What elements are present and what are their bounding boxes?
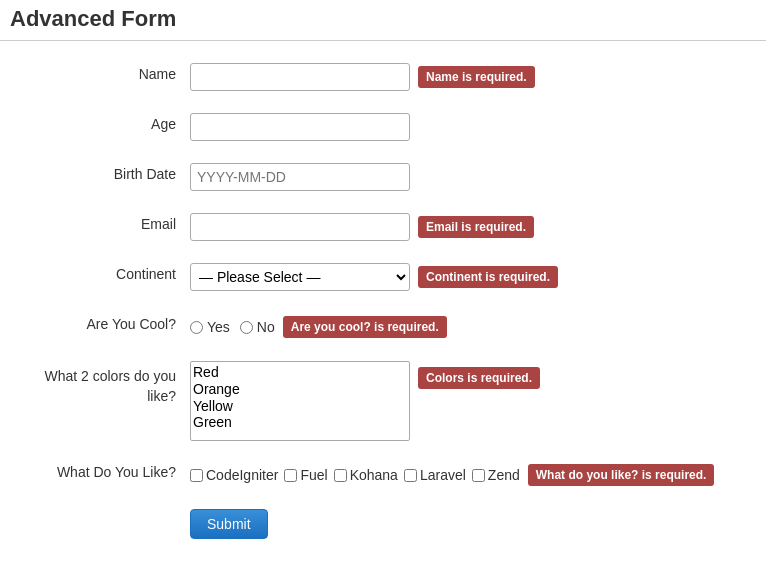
likes-label: What Do You Like? [30, 459, 190, 480]
name-error: Name is required. [418, 66, 535, 88]
likes-option-kohana[interactable]: Kohana [334, 467, 398, 483]
age-input[interactable] [190, 113, 410, 141]
colors-listbox[interactable]: RedOrangeYellowGreen [190, 361, 410, 441]
likes-option-fuel[interactable]: Fuel [284, 467, 327, 483]
cool-row: Are You Cool? Yes No Are you cool? is re… [30, 311, 736, 343]
cool-error: Are you cool? is required. [283, 316, 447, 338]
age-label: Age [30, 111, 190, 132]
name-input[interactable] [190, 63, 410, 91]
age-row: Age [30, 111, 736, 143]
cool-no-label[interactable]: No [240, 319, 275, 335]
email-row: Email Email is required. [30, 211, 736, 243]
submit-button[interactable]: Submit [190, 509, 268, 539]
likes-checkbox-laravel[interactable] [404, 469, 417, 482]
likes-checkbox-fuel[interactable] [284, 469, 297, 482]
cool-label: Are You Cool? [30, 311, 190, 332]
likes-checkbox-codeigniter[interactable] [190, 469, 203, 482]
cool-radio-group: Yes No [190, 319, 275, 335]
cool-no-radio[interactable] [240, 321, 253, 334]
name-row: Name Name is required. [30, 61, 736, 93]
page-title: Advanced Form [0, 0, 766, 41]
cool-yes-text: Yes [207, 319, 230, 335]
continent-row: Continent — Please Select —AfricaAsiaAus… [30, 261, 736, 293]
cool-yes-label[interactable]: Yes [190, 319, 230, 335]
continent-label: Continent [30, 261, 190, 282]
submit-row: Submit [30, 509, 736, 539]
colors-row: What 2 colors do you like? RedOrangeYell… [30, 361, 736, 441]
birthdate-row: Birth Date [30, 161, 736, 193]
likes-checkbox-group: CodeIgniterFuelKohanaLaravelZend [190, 467, 520, 483]
colors-label: What 2 colors do you like? [30, 361, 190, 406]
likes-row: What Do You Like? CodeIgniterFuelKohanaL… [30, 459, 736, 491]
likes-option-codeigniter[interactable]: CodeIgniter [190, 467, 278, 483]
likes-checkbox-zend[interactable] [472, 469, 485, 482]
cool-yes-radio[interactable] [190, 321, 203, 334]
email-input[interactable] [190, 213, 410, 241]
likes-error: What do you like? is required. [528, 464, 715, 486]
cool-no-text: No [257, 319, 275, 335]
colors-error: Colors is required. [418, 367, 540, 389]
likes-option-zend[interactable]: Zend [472, 467, 520, 483]
name-label: Name [30, 61, 190, 82]
likes-checkbox-kohana[interactable] [334, 469, 347, 482]
likes-option-laravel[interactable]: Laravel [404, 467, 466, 483]
email-label: Email [30, 211, 190, 232]
email-error: Email is required. [418, 216, 534, 238]
continent-error: Continent is required. [418, 266, 558, 288]
continent-select[interactable]: — Please Select —AfricaAsiaAustraliaEuro… [190, 263, 410, 291]
birthdate-input[interactable] [190, 163, 410, 191]
birthdate-label: Birth Date [30, 161, 190, 182]
